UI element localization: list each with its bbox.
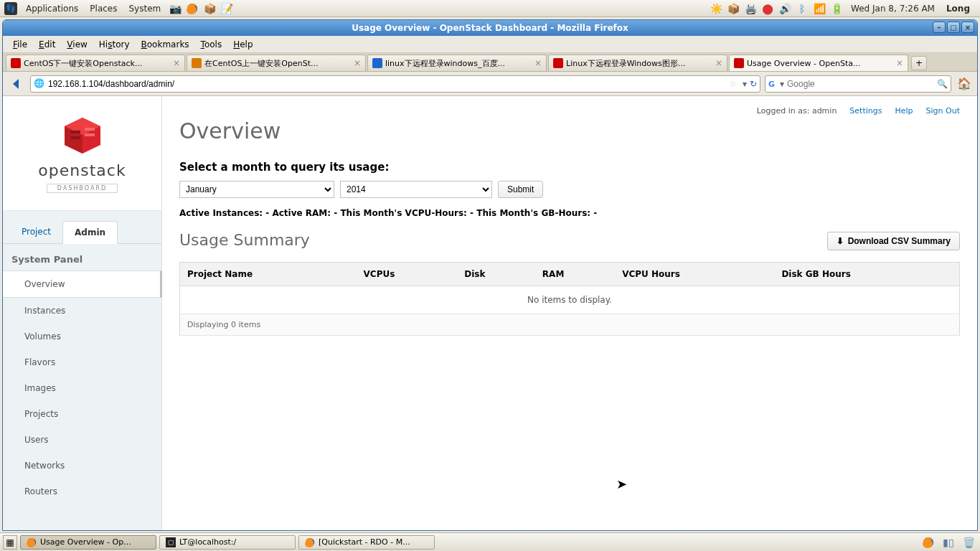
- tab-label: 在CentOS上一键安装OpenSt...: [204, 58, 351, 69]
- sidebar-item-networks[interactable]: Networks: [3, 453, 161, 479]
- trash-icon[interactable]: 🗑️: [962, 536, 975, 549]
- table-header-cell: VCPU Hours: [615, 263, 774, 286]
- search-go-icon[interactable]: 🔍: [937, 79, 948, 89]
- browser-tab[interactable]: linux下远程登录windows_百度...×: [367, 55, 547, 71]
- bookmark-star-icon[interactable]: ☆: [729, 79, 737, 89]
- tab-close-icon[interactable]: ×: [173, 58, 180, 68]
- sidebar-item-overview[interactable]: Overview: [3, 270, 162, 298]
- gnome-places-menu[interactable]: Places: [84, 4, 123, 14]
- workspace-switcher-icon[interactable]: ▮▯: [942, 536, 955, 549]
- clock[interactable]: Wed Jan 8, 7:26 AM: [845, 4, 941, 14]
- sidebar-item-flavors[interactable]: Flavors: [3, 349, 161, 375]
- firefox-icon: [27, 537, 37, 547]
- sidebar-item-instances[interactable]: Instances: [3, 298, 161, 324]
- menu-edit[interactable]: Edit: [33, 39, 61, 50]
- sidebar-item-volumes[interactable]: Volumes: [3, 324, 161, 349]
- sidebar-item-images[interactable]: Images: [3, 375, 161, 401]
- tab-close-icon[interactable]: ×: [715, 58, 722, 68]
- svg-text:G: G: [768, 80, 775, 89]
- sidebar-item-projects[interactable]: Projects: [3, 401, 161, 427]
- reload-icon[interactable]: ↻: [750, 79, 757, 89]
- search-input[interactable]: [787, 79, 937, 89]
- nav-tab-admin[interactable]: Admin: [62, 221, 118, 244]
- window-minimize-button[interactable]: –: [933, 22, 946, 33]
- menu-help[interactable]: Help: [227, 39, 258, 50]
- gnome-system-menu[interactable]: System: [123, 4, 166, 14]
- window-titlebar[interactable]: Usage Overview - OpenStack Dashboard - M…: [3, 20, 977, 36]
- openstack-dashboard: openstack DASHBOARD ProjectAdmin System …: [3, 96, 977, 530]
- svg-rect-8: [85, 128, 95, 131]
- gnome-applications-menu[interactable]: Applications: [20, 4, 84, 14]
- menu-file[interactable]: File: [7, 39, 33, 50]
- window-close-button[interactable]: ×: [961, 22, 974, 33]
- taskbar-task[interactable]: [Quickstart - RDO - M...: [298, 535, 435, 550]
- brand-subtext: DASHBOARD: [47, 184, 118, 193]
- task-label: LT@localhost:/: [179, 537, 236, 547]
- firefox-launcher-icon[interactable]: [186, 2, 199, 15]
- firefox-tray-icon[interactable]: [922, 536, 935, 549]
- nav-tab-project[interactable]: Project: [10, 221, 62, 243]
- url-input[interactable]: [48, 79, 726, 89]
- url-bar[interactable]: 🌐 ☆ ▾ ↻: [30, 75, 760, 93]
- bluetooth-icon[interactable]: ᛒ: [796, 2, 809, 15]
- new-tab-button[interactable]: +: [911, 56, 927, 70]
- menu-bookmarks[interactable]: Bookmarks: [136, 39, 195, 50]
- tab-close-icon[interactable]: ×: [896, 58, 903, 68]
- gnome-foot-icon[interactable]: 👣: [4, 2, 17, 15]
- table-empty-message: No items to display.: [180, 286, 960, 314]
- settings-link[interactable]: Settings: [849, 106, 882, 116]
- terminal-icon: ▢: [166, 537, 176, 547]
- printer-icon[interactable]: 🖨️: [744, 2, 757, 15]
- menu-tools[interactable]: Tools: [195, 39, 228, 50]
- task-label: Usage Overview - Op...: [40, 537, 131, 547]
- weather-icon[interactable]: ☀️: [710, 2, 722, 15]
- tab-close-icon[interactable]: ×: [534, 58, 542, 68]
- download-csv-button[interactable]: ⬇ Download CSV Summary: [827, 232, 960, 250]
- search-dropdown-icon[interactable]: ▾: [780, 79, 784, 89]
- submit-button[interactable]: Submit: [498, 181, 543, 198]
- package-icon[interactable]: 📦: [203, 2, 216, 15]
- help-link[interactable]: Help: [895, 106, 913, 116]
- select-month-prompt: Select a month to query its usage:: [179, 161, 960, 174]
- signout-link[interactable]: Sign Out: [926, 106, 960, 116]
- network-icon[interactable]: 📶: [813, 2, 826, 15]
- search-bar[interactable]: G ▾ 🔍: [765, 75, 951, 93]
- notes-icon[interactable]: 📝: [220, 2, 233, 15]
- tab-label: Linux下远程登录Windows图形...: [566, 58, 712, 69]
- table-header-cell: Disk: [457, 263, 535, 286]
- show-desktop-button[interactable]: ▦: [3, 535, 17, 550]
- browser-tab[interactable]: 在CentOS上一键安装OpenSt...×: [187, 55, 366, 71]
- tab-favicon-icon: [11, 58, 21, 68]
- home-button[interactable]: 🏠: [956, 75, 973, 93]
- sidebar-item-routers[interactable]: Routers: [3, 479, 161, 504]
- user-menu[interactable]: Long: [941, 4, 976, 14]
- back-button[interactable]: [7, 75, 26, 93]
- month-query-row: January 2014 Submit: [179, 181, 960, 198]
- download-icon: ⬇: [837, 236, 844, 246]
- window-maximize-button[interactable]: □: [947, 22, 960, 33]
- screenshot-icon[interactable]: 📷: [169, 2, 182, 15]
- menu-view[interactable]: View: [61, 39, 93, 50]
- dropdown-icon[interactable]: ▾: [743, 79, 747, 89]
- sidebar: openstack DASHBOARD ProjectAdmin System …: [3, 96, 162, 530]
- sidebar-item-users[interactable]: Users: [3, 427, 161, 453]
- alert-icon[interactable]: ⬤: [761, 2, 774, 15]
- brand-text: openstack: [38, 161, 126, 179]
- tab-close-icon[interactable]: ×: [354, 58, 361, 68]
- table-header-cell: Project Name: [180, 263, 357, 286]
- browser-tab[interactable]: CentOS下一键安装Openstack...×: [6, 55, 185, 71]
- month-select[interactable]: January: [179, 181, 334, 198]
- taskbar-task[interactable]: ▢LT@localhost:/: [159, 535, 296, 550]
- taskbar-task[interactable]: Usage Overview - Op...: [20, 535, 156, 550]
- table-header-cell: RAM: [535, 263, 615, 286]
- battery-icon[interactable]: 🔋: [830, 2, 843, 15]
- browser-tab[interactable]: Linux下远程登录Windows图形...×: [548, 55, 727, 71]
- year-select[interactable]: 2014: [340, 181, 492, 198]
- update-icon[interactable]: 📦: [727, 2, 740, 15]
- menu-history[interactable]: History: [93, 39, 136, 50]
- site-identity-icon[interactable]: 🌐: [34, 78, 45, 90]
- table-header-cell: Disk GB Hours: [774, 263, 959, 286]
- usage-stats-line: Active Instances: - Active RAM: - This M…: [179, 208, 960, 218]
- browser-tab[interactable]: Usage Overview - OpenSta...×: [729, 55, 908, 71]
- volume-icon[interactable]: 🔊: [778, 2, 791, 15]
